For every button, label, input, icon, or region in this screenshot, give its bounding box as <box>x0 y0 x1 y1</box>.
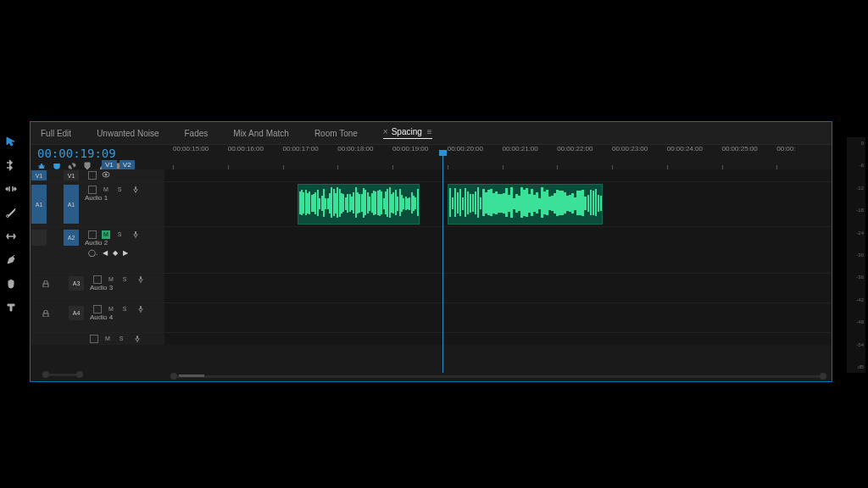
fx-badge-icon[interactable] <box>88 230 97 239</box>
track-label: Audio 4 <box>90 313 144 321</box>
source-patch[interactable]: A1 <box>31 185 47 224</box>
playhead-timecode[interactable]: 00:00:19:09 <box>37 147 166 160</box>
audio-clip[interactable] <box>298 184 420 225</box>
solo-button[interactable]: S <box>120 305 129 313</box>
voice-over-icon[interactable] <box>137 306 144 313</box>
source-patch[interactable]: V1 <box>31 170 47 180</box>
track-target[interactable]: A1 <box>64 185 79 224</box>
fx-badge-icon[interactable] <box>90 335 98 343</box>
close-icon[interactable]: × <box>383 127 388 136</box>
ruler-tick: 00:00:17:00 <box>283 145 338 169</box>
prev-keyframe-icon[interactable]: ◀ <box>103 249 108 257</box>
toggle-output-icon[interactable] <box>102 171 110 180</box>
meter-tick: -12 <box>856 186 864 191</box>
meter-tick: -48 <box>856 319 864 324</box>
slip-tool-icon[interactable] <box>5 230 24 244</box>
svg-rect-7 <box>140 276 142 280</box>
meter-tick: -24 <box>856 230 864 236</box>
next-keyframe-icon[interactable]: ▶ <box>123 249 128 257</box>
pen-tool-icon[interactable] <box>5 254 24 268</box>
track-content[interactable] <box>164 227 832 273</box>
ripple-edit-icon[interactable] <box>5 183 24 197</box>
svg-rect-8 <box>43 313 48 317</box>
time-ruler[interactable]: 00:00:15:00 00:00:16:00 00:00:17:00 00:0… <box>173 145 832 170</box>
audio-clip[interactable] <box>448 184 603 225</box>
track-a5-partial: M S <box>31 333 832 345</box>
tab-menu-icon[interactable]: ≡ <box>427 127 432 136</box>
svg-rect-9 <box>140 306 142 309</box>
track-content[interactable] <box>164 303 832 332</box>
source-patch-row: V1 V2 <box>102 160 135 169</box>
svg-rect-4 <box>135 186 136 190</box>
tab-fades[interactable]: Fades <box>185 129 209 138</box>
type-tool-icon[interactable] <box>5 302 24 315</box>
fx-badge-icon[interactable] <box>93 305 102 313</box>
track-a2: A2 M S Audio 2 ◯. ◀ ◆ ▶ <box>31 227 832 274</box>
tab-spacing[interactable]: ×Spacing≡ <box>383 127 432 139</box>
playhead[interactable] <box>442 156 443 373</box>
mute-button[interactable]: M <box>107 305 115 313</box>
meter-tick: -30 <box>856 252 864 258</box>
track-content[interactable] <box>164 182 832 226</box>
audio-meter: 0 -6 -12 -18 -24 -30 -36 -42 -48 -54 dB <box>847 137 865 373</box>
timeline-panel: Full Edit Unwanted Noise Fades Mix And M… <box>30 121 832 382</box>
meter-tick: -54 <box>856 342 864 347</box>
ruler-tick: 00:00:22:00 <box>557 145 612 169</box>
fx-badge-icon[interactable] <box>88 171 97 180</box>
fx-badge-icon[interactable] <box>93 275 102 284</box>
playhead-handle-icon[interactable] <box>439 150 447 156</box>
svg-rect-10 <box>136 336 138 339</box>
solo-button[interactable]: S <box>120 275 129 284</box>
tab-unwanted-noise[interactable]: Unwanted Noise <box>97 129 159 138</box>
mute-button[interactable]: M <box>107 275 115 284</box>
voice-over-icon[interactable] <box>132 231 139 238</box>
lock-icon[interactable] <box>42 310 49 317</box>
ruler-tick: 00:00:23:00 <box>612 145 667 169</box>
add-keyframe-icon[interactable]: ◆ <box>113 249 118 257</box>
razor-tool-icon[interactable] <box>5 207 24 220</box>
tracks-area: V1 V1 A1 A1 M S Audio 1 <box>31 169 832 371</box>
meter-tick: -36 <box>856 274 864 280</box>
mute-button[interactable]: M <box>102 230 110 239</box>
track-v1: V1 V1 <box>31 169 832 182</box>
track-target[interactable]: V1 <box>64 170 79 180</box>
voice-over-icon[interactable] <box>134 336 141 342</box>
mute-button[interactable]: M <box>103 335 112 343</box>
track-target[interactable]: A4 <box>69 306 84 320</box>
vertical-zoom-scroll[interactable] <box>37 373 88 380</box>
source-patch[interactable] <box>31 230 47 246</box>
meter-tick: -42 <box>856 297 864 302</box>
track-content[interactable] <box>164 274 832 302</box>
track-a1: A1 A1 M S Audio 1 <box>31 182 832 227</box>
track-target[interactable]: A2 <box>64 230 79 246</box>
fx-badge-icon[interactable] <box>88 186 97 194</box>
ruler-tick: 00:00:21:00 <box>503 145 558 169</box>
solo-button[interactable]: S <box>115 186 124 194</box>
solo-button[interactable]: S <box>115 230 124 239</box>
source-patch-v1[interactable]: V1 <box>102 160 117 169</box>
track-label: Audio 1 <box>85 194 139 202</box>
solo-button[interactable]: S <box>117 335 125 343</box>
tab-full-edit[interactable]: Full Edit <box>41 129 71 138</box>
track-content[interactable] <box>164 333 832 345</box>
track-target[interactable]: A3 <box>69 276 84 291</box>
track-label: Audio 3 <box>90 284 144 291</box>
horizontal-zoom-scroll[interactable] <box>170 373 826 380</box>
lock-icon[interactable] <box>42 280 49 287</box>
mute-button[interactable]: M <box>102 186 110 194</box>
track-select-icon[interactable] <box>5 159 24 173</box>
ruler-tick: 00:00:18:00 <box>337 145 392 169</box>
ruler-tick: 00:00:16:00 <box>228 145 283 169</box>
tab-mix-and-match[interactable]: Mix And Match <box>233 129 289 138</box>
hand-tool-icon[interactable] <box>5 278 24 291</box>
selection-tool-icon[interactable] <box>5 136 24 149</box>
ruler-tick: 00:00:25:00 <box>722 145 777 169</box>
source-patch-v2[interactable]: V2 <box>120 160 135 169</box>
meter-tick: -18 <box>856 208 864 213</box>
tab-room-tone[interactable]: Room Tone <box>314 129 358 138</box>
track-content[interactable] <box>164 169 832 181</box>
voice-over-icon[interactable] <box>132 186 139 193</box>
ruler-tick: 00:00:20:00 <box>448 145 503 169</box>
voice-over-icon[interactable] <box>137 276 144 283</box>
keyframe-mode-icon[interactable]: ◯. <box>88 249 97 257</box>
